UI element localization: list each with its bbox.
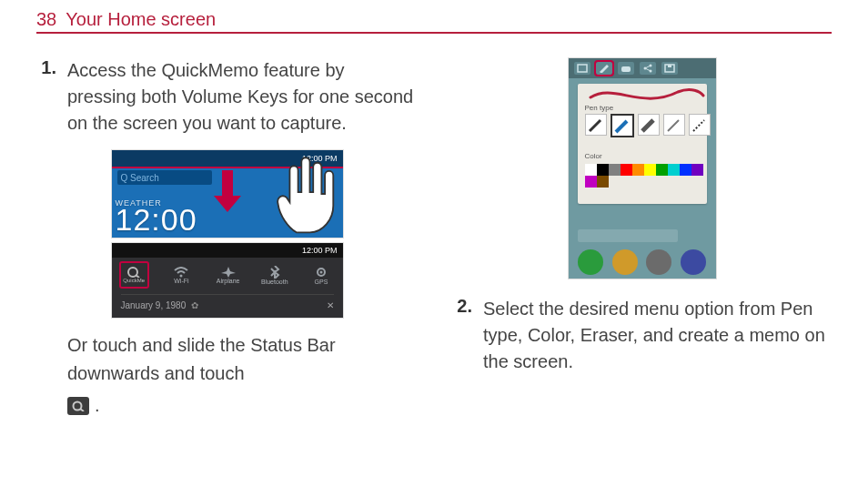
continuation-text-a: Or touch and slide the Status Bar downwa… (67, 331, 416, 388)
bluetooth-icon (269, 266, 280, 279)
svg-point-6 (319, 270, 322, 273)
fig1-notification-panel: 12:00 PM QuickMe Wi-Fi (111, 242, 344, 319)
dock-apps-icon (646, 249, 671, 275)
step-number: 2. (452, 296, 472, 375)
svg-rect-17 (668, 65, 671, 67)
color-swatch (680, 164, 691, 176)
step-text: Select the desired menu option from Pen … (483, 296, 832, 375)
color-swatch (691, 164, 703, 176)
continuation-text-b: . (95, 391, 100, 420)
pen-tool-icon (596, 62, 612, 75)
color-swatch (621, 164, 632, 176)
step-2: 2. Select the desired menu option from P… (452, 296, 832, 375)
svg-rect-10 (621, 66, 631, 72)
fig2-pen-panel-screenshot: Pen type Color (568, 57, 717, 279)
dock-internet-icon (681, 249, 706, 275)
weather-widget: WEATHER 12:00 (116, 198, 197, 238)
color-swatch (644, 164, 656, 176)
fig2-topbar (569, 58, 716, 78)
svg-line-8 (80, 409, 84, 411)
status-clock: 12:00 PM (302, 246, 338, 255)
left-column: 1. Access the QuickMemo feature by press… (36, 57, 416, 420)
overlay-icon (574, 62, 590, 75)
search-placeholder: Q Search (121, 173, 159, 183)
wifi-icon (174, 267, 188, 278)
quickmemo-icon (67, 397, 89, 415)
search-bar: Q Search (117, 170, 212, 185)
pen-option-5 (689, 114, 711, 136)
close-icon: ✕ (327, 300, 334, 310)
color-swatch (632, 164, 644, 176)
quickmemo-toggle: QuickMe (119, 261, 149, 289)
bluetooth-toggle: Bluetooth (260, 266, 288, 285)
gps-toggle: GPS (307, 266, 335, 285)
svg-marker-1 (214, 196, 241, 212)
pen-type-row (585, 114, 700, 137)
gps-icon (315, 266, 328, 279)
share-icon (640, 62, 656, 75)
page-header: 38 Your Home screen (36, 9, 832, 34)
quickmemo-label: QuickMe (123, 278, 145, 283)
step-1-continuation: Or touch and slide the Status Bar downwa… (67, 331, 416, 420)
pen-option-1 (585, 114, 607, 136)
pen-option-2-selected (611, 114, 634, 137)
dock-messaging-icon (612, 249, 638, 275)
step-text: Access the QuickMemo feature by pressing… (67, 57, 416, 137)
eraser-icon (618, 62, 634, 75)
settings-icon: ✿ (191, 300, 198, 310)
pen-type-label: Pen type (585, 104, 700, 112)
pen-option-3 (638, 114, 660, 136)
color-swatch (668, 164, 680, 176)
color-palette (585, 164, 703, 188)
color-label: Color (585, 152, 700, 160)
section-title: Your Home screen (66, 9, 216, 30)
color-swatch (609, 164, 621, 176)
color-swatch (656, 164, 668, 176)
weather-label: WEATHER (116, 198, 197, 208)
color-swatch (585, 164, 597, 176)
right-column: Pen type Color (452, 57, 832, 420)
svg-line-14 (645, 66, 651, 68)
fig1-home-screenshot: 12:00 PM Q Search WEATHER 12:00 (111, 149, 344, 238)
svg-line-15 (645, 68, 651, 71)
status-bar: 12:00 PM (112, 243, 343, 258)
figure-2: Pen type Color (452, 57, 832, 279)
stroke-preview-icon (587, 86, 705, 103)
save-icon (661, 62, 678, 75)
step-1: 1. Access the QuickMemo feature by press… (36, 57, 416, 137)
wifi-toggle: Wi-Fi (167, 267, 196, 284)
airplane-icon (221, 267, 236, 278)
dock-phone-icon (578, 249, 603, 275)
quick-toggles-row: QuickMe Wi-Fi Airplane (119, 261, 336, 289)
pen-option-4 (663, 114, 685, 136)
pen-options-panel: Pen type Color (578, 84, 707, 204)
hand-gesture-icon (261, 152, 344, 236)
fig2-search-bar (578, 229, 678, 242)
swipe-down-arrow-icon (212, 170, 243, 214)
fig2-dock (569, 249, 716, 275)
color-swatch (597, 176, 609, 188)
date-row: January 9, 1980 ✿ ✕ (121, 294, 334, 310)
date-text: January 9, 1980 (121, 300, 187, 310)
svg-rect-9 (578, 65, 587, 72)
color-swatch (597, 164, 609, 176)
airplane-toggle: Airplane (214, 267, 242, 284)
step-number: 1. (36, 57, 56, 137)
color-swatch (585, 176, 597, 188)
figure-1: 12:00 PM Q Search WEATHER 12:00 (36, 149, 416, 319)
svg-rect-0 (222, 170, 233, 196)
page-number: 38 (36, 9, 56, 30)
